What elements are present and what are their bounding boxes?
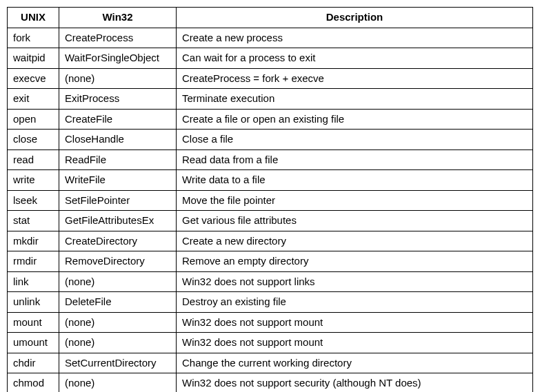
table-row: chdirSetCurrentDirectoryChange the curre…	[8, 353, 533, 373]
table-row: waitpidWaitForSingleObjectCan wait for a…	[8, 48, 533, 69]
cell-description: Remove an empty directory	[177, 251, 533, 272]
table-row: link(none)Win32 does not support links	[8, 271, 533, 292]
cell-description: Change the current working directory	[177, 353, 533, 373]
cell-description: Create a new directory	[177, 231, 533, 251]
table-row: chmod(none)Win32 does not support securi…	[8, 373, 533, 393]
cell-win32: (none)	[59, 68, 177, 89]
table-row: openCreateFileCreate a file or open an e…	[8, 109, 533, 130]
header-unix: UNIX	[8, 8, 59, 28]
table-row: closeCloseHandleClose a file	[8, 130, 533, 150]
header-win32: Win32	[59, 8, 177, 28]
cell-win32: (none)	[59, 373, 177, 393]
cell-unix: umount	[8, 333, 59, 353]
cell-win32: CloseHandle	[59, 130, 177, 150]
cell-unix: chdir	[8, 353, 59, 373]
cell-win32: WriteFile	[59, 170, 177, 191]
cell-description: Win32 does not support security (althoug…	[177, 373, 533, 393]
cell-unix: rmdir	[8, 251, 59, 272]
table-row: rmdirRemoveDirectoryRemove an empty dire…	[8, 251, 533, 272]
cell-win32: DeleteFile	[59, 292, 177, 313]
cell-win32: RemoveDirectory	[59, 251, 177, 272]
cell-description: Terminate execution	[177, 89, 533, 110]
cell-description: Destroy an existing file	[177, 292, 533, 313]
cell-unix: unlink	[8, 292, 59, 313]
syscall-comparison-table: UNIX Win32 Description forkCreateProcess…	[7, 7, 533, 392]
cell-description: Can wait for a process to exit	[177, 48, 533, 69]
cell-win32: (none)	[59, 333, 177, 353]
cell-win32: CreateDirectory	[59, 231, 177, 251]
cell-unix: stat	[8, 211, 59, 231]
cell-description: Get various file attributes	[177, 211, 533, 231]
cell-unix: open	[8, 109, 59, 130]
cell-win32: SetFilePointer	[59, 190, 177, 211]
cell-win32: GetFileAttributesEx	[59, 211, 177, 231]
cell-unix: write	[8, 170, 59, 191]
cell-win32: ExitProcess	[59, 89, 177, 110]
table-row: unlinkDeleteFileDestroy an existing file	[8, 292, 533, 313]
cell-description: Write data to a file	[177, 170, 533, 191]
cell-unix: close	[8, 130, 59, 150]
table-row: mount(none)Win32 does not support mount	[8, 312, 533, 333]
cell-unix: mkdir	[8, 231, 59, 251]
cell-unix: chmod	[8, 373, 59, 393]
cell-win32: CreateFile	[59, 109, 177, 130]
cell-unix: lseek	[8, 190, 59, 211]
cell-unix: mount	[8, 312, 59, 333]
table-row: umount(none)Win32 does not support mount	[8, 333, 533, 353]
table-row: mkdirCreateDirectoryCreate a new directo…	[8, 231, 533, 251]
table-row: statGetFileAttributesExGet various file …	[8, 211, 533, 231]
cell-description: Win32 does not support links	[177, 271, 533, 292]
cell-description: Close a file	[177, 130, 533, 150]
table-row: execve(none)CreateProcess = fork + execv…	[8, 68, 533, 89]
cell-unix: fork	[8, 28, 59, 48]
cell-description: CreateProcess = fork + execve	[177, 68, 533, 89]
table-row: writeWriteFileWrite data to a file	[8, 170, 533, 191]
cell-win32: WaitForSingleObject	[59, 48, 177, 69]
cell-unix: exit	[8, 89, 59, 110]
cell-win32: CreateProcess	[59, 28, 177, 48]
table-row: exitExitProcessTerminate execution	[8, 89, 533, 110]
cell-win32: (none)	[59, 271, 177, 292]
header-row: UNIX Win32 Description	[8, 8, 533, 28]
cell-win32: SetCurrentDirectory	[59, 353, 177, 373]
cell-description: Win32 does not support mount	[177, 333, 533, 353]
cell-unix: execve	[8, 68, 59, 89]
cell-description: Read data from a file	[177, 149, 533, 170]
table-row: lseekSetFilePointerMove the file pointer	[8, 190, 533, 211]
header-description: Description	[177, 8, 533, 28]
cell-description: Win32 does not support mount	[177, 312, 533, 333]
cell-description: Create a file or open an existing file	[177, 109, 533, 130]
cell-win32: ReadFile	[59, 149, 177, 170]
cell-description: Create a new process	[177, 28, 533, 48]
table-row: readReadFileRead data from a file	[8, 149, 533, 170]
cell-unix: waitpid	[8, 48, 59, 69]
cell-description: Move the file pointer	[177, 190, 533, 211]
table-row: forkCreateProcessCreate a new process	[8, 28, 533, 48]
cell-unix: read	[8, 149, 59, 170]
cell-unix: link	[8, 271, 59, 292]
cell-win32: (none)	[59, 312, 177, 333]
